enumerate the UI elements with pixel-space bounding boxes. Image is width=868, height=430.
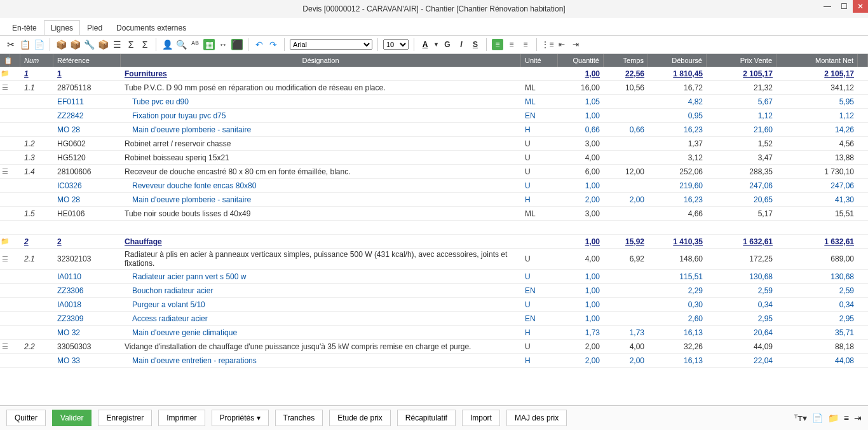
table-row[interactable]: ZZ3306Bouchon radiateur acierEN1,002,292… <box>0 284 868 298</box>
align-right-icon[interactable]: ≡ <box>520 39 531 50</box>
indent-icon[interactable]: ⇥ <box>570 39 581 50</box>
list-icon[interactable]: ☰ <box>111 39 123 50</box>
bold-button[interactable]: G <box>442 39 453 50</box>
table-row[interactable]: 1.5HE0106Tube noir soude bouts lisses d … <box>0 207 868 221</box>
italic-button[interactable]: I <box>456 39 467 50</box>
table-row[interactable]: 📁11Fournitures1,0022,561 810,452 105,172… <box>0 67 868 81</box>
table-row[interactable]: MO 28Main d'oeuvre plomberie - sanitaire… <box>0 123 868 137</box>
tab-pied[interactable]: Pied <box>80 20 109 35</box>
quitter-button[interactable]: Quitter <box>6 410 46 426</box>
enregistrer-button[interactable]: Enregistrer <box>98 410 152 426</box>
close-button[interactable]: ✕ <box>853 0 868 13</box>
table-row[interactable]: ☰1.128705118Tube P.V.C. D 90 mm posé en … <box>0 81 868 95</box>
cell-unit: H <box>521 125 558 134</box>
table-row[interactable]: ZZ2842Fixation pour tuyau pvc d75EN1,000… <box>0 109 868 123</box>
tool-icon[interactable]: 🔧 <box>83 39 95 50</box>
col-net[interactable]: Montant Net <box>776 54 858 67</box>
font-select[interactable]: Arial <box>290 39 372 50</box>
col-qty[interactable]: Quantité <box>558 54 604 67</box>
tab-documents[interactable]: Documents externes <box>109 20 193 35</box>
align-center-icon[interactable]: ≡ <box>506 39 517 50</box>
proprietes-button[interactable]: Propriétés ▾ <box>212 410 269 426</box>
table-row[interactable]: IA0110Radiateur acier pann vert s 500 wU… <box>0 270 868 284</box>
cell-designation: Reveveur douche fonte encas 80x80 <box>121 180 521 191</box>
font-color-icon[interactable]: A <box>419 39 431 50</box>
import-button[interactable]: Import <box>462 410 500 426</box>
person-icon[interactable]: 👤 <box>161 39 173 50</box>
col-icon[interactable]: 📋 <box>0 54 10 67</box>
table-row[interactable]: 📁22Chauffage1,0015,921 410,351 632,611 6… <box>0 235 868 249</box>
cell-net: 2,59 <box>776 286 858 295</box>
cut-icon[interactable]: ✂ <box>5 39 17 50</box>
valider-button[interactable]: Valider <box>52 410 92 426</box>
table-row[interactable]: ☰2.233050303Vidange d'installation de ch… <box>0 340 868 354</box>
table-row[interactable]: IA0018Purgeur a volant 5/10U1,000,300,34… <box>0 298 868 312</box>
cell-prix: 247,06 <box>707 181 776 190</box>
tranches-button[interactable]: Tranches <box>275 410 323 426</box>
align-left-icon[interactable]: ≡ <box>492 39 503 50</box>
col-time[interactable]: Temps <box>604 54 648 67</box>
table-row[interactable]: EF0111Tube pvc eu d90ML1,054,825,675,95 <box>0 95 868 109</box>
col-prix[interactable]: Prix Vente <box>707 54 776 67</box>
cell-qty: 4,00 <box>558 254 604 263</box>
recap-button[interactable]: Récapitulatif <box>397 410 456 426</box>
cell-num: 2 <box>20 237 53 246</box>
cell-ref: IC0326 <box>53 181 121 190</box>
align-icon[interactable]: ≡ <box>844 413 849 423</box>
col-ref[interactable]: Référence <box>53 54 121 67</box>
tree-icon[interactable]: ᵀᴛ▾ <box>794 413 807 423</box>
maximize-button[interactable]: ☐ <box>836 0 851 13</box>
outdent-icon[interactable]: ⇤ <box>556 39 567 50</box>
size-select[interactable]: 10 <box>383 39 409 50</box>
cell-net: 689,00 <box>776 254 858 263</box>
table-row[interactable]: IC0326Reveveur douche fonte encas 80x80U… <box>0 179 868 193</box>
cell-unit: ML <box>521 209 558 218</box>
spell-icon[interactable]: ᴬᴮ <box>189 39 201 50</box>
table-row[interactable]: ☰1.428100606Receveur de douche encastré … <box>0 165 868 179</box>
search-icon[interactable]: 🔍 <box>175 39 187 50</box>
col-designation[interactable]: Désignation <box>121 54 521 67</box>
box-icon[interactable]: 📦 <box>55 39 67 50</box>
paste-icon[interactable]: 📄 <box>33 39 44 50</box>
copy-icon[interactable]: 📋 <box>19 39 31 50</box>
grid-body[interactable]: 📁11Fournitures1,0022,561 810,452 105,172… <box>0 67 868 385</box>
cell-num: 2.1 <box>20 254 53 263</box>
arrow-icon[interactable]: ↔ <box>217 39 229 50</box>
imprimer-button[interactable]: Imprimer <box>158 410 205 426</box>
col-deb[interactable]: Déboursé <box>648 54 707 67</box>
doc-icon[interactable]: 📄 <box>812 413 823 423</box>
maj-button[interactable]: MAJ des prix <box>506 410 567 426</box>
green1-icon[interactable]: ▦ <box>203 39 215 50</box>
table-row[interactable]: MO 28Main d'oeuvre plomberie - sanitaire… <box>0 193 868 207</box>
table-row[interactable]: ZZ3309Access radiateur acierEN1,002,602,… <box>0 312 868 326</box>
row-icon: ☰ <box>0 255 10 263</box>
redo-icon[interactable]: ↷ <box>268 39 279 50</box>
green2-icon[interactable]: ⬛ <box>231 39 243 50</box>
underline-button[interactable]: S <box>470 39 481 50</box>
tab-entete[interactable]: En-tête <box>5 20 44 35</box>
table-row[interactable]: 1.3HG5120Robinet boisseau speriq 15x21U4… <box>0 151 868 165</box>
folder-icon[interactable]: 📁 <box>828 413 839 423</box>
table-row[interactable]: ☰2.132302103Radiateur à plis en acier à … <box>0 249 868 270</box>
table-row[interactable]: MO 33Main d'oeuvre entretien - reparatio… <box>0 354 868 368</box>
cell-designation: Bouchon radiateur acier <box>121 285 521 296</box>
bullet-list-icon[interactable]: ⋮≡ <box>542 39 553 50</box>
col-num[interactable]: Num <box>20 54 53 67</box>
sum-icon[interactable]: Σ <box>125 39 137 50</box>
minimize-button[interactable]: — <box>820 0 835 13</box>
tab-lignes[interactable]: Lignes <box>44 20 80 35</box>
cell-ref: 32302103 <box>53 254 121 263</box>
sum2-icon[interactable]: Σ <box>139 39 151 50</box>
etude-button[interactable]: Etude de prix <box>329 410 391 426</box>
cell-deb: 32,26 <box>648 342 707 351</box>
cell-deb: 4,66 <box>648 209 707 218</box>
table-row[interactable]: 1.2HG0602Robinet arret / reservoir chass… <box>0 137 868 151</box>
cell-prix: 5,67 <box>707 97 776 106</box>
table-row[interactable]: MO 32Main d'oeuvre genie climatiqueH1,73… <box>0 326 868 340</box>
box2-icon[interactable]: 📦 <box>69 39 81 50</box>
cell-qty: 1,00 <box>558 286 604 295</box>
collapse-icon[interactable]: ⇥ <box>854 413 862 423</box>
undo-icon[interactable]: ↶ <box>254 39 265 50</box>
col-unit[interactable]: Unité <box>521 54 558 67</box>
box3-icon[interactable]: 📦 <box>97 39 109 50</box>
